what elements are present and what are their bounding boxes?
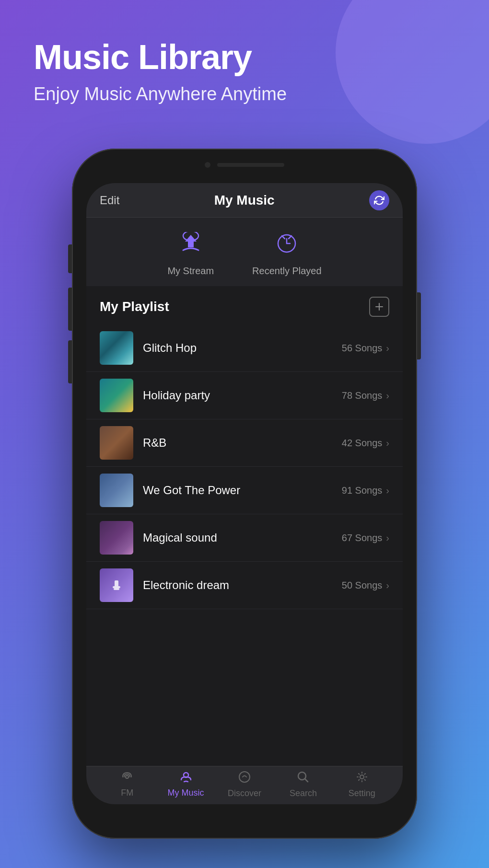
playlist-item[interactable]: Magical sound 67 Songs › <box>86 514 403 562</box>
playlist-section-title: My Playlist <box>100 299 169 314</box>
screen-title: My Music <box>214 193 275 208</box>
phone-body: Edit My Music <box>72 149 417 839</box>
playlist-item[interactable]: Holiday party 78 Songs › <box>86 372 403 419</box>
svg-point-12 <box>360 775 364 779</box>
playlist-item[interactable]: R&B 42 Songs › <box>86 419 403 467</box>
electronic-dream-name: Electronic dream <box>143 579 332 592</box>
nav-search[interactable]: Search <box>274 771 332 799</box>
my-stream-label: My Stream <box>167 266 214 277</box>
bottom-navigation: FM My Music <box>86 766 403 804</box>
chevron-right-icon: › <box>386 485 389 496</box>
we-got-the-power-count: 91 Songs <box>342 485 383 496</box>
phone-vol-up-btn <box>68 288 72 331</box>
rnb-name: R&B <box>143 436 332 450</box>
my-stream-item[interactable]: My Stream <box>167 232 214 277</box>
phone-top-bar <box>205 162 284 168</box>
recently-played-label: Recently Played <box>252 266 322 277</box>
chevron-right-icon: › <box>386 532 389 544</box>
nav-setting[interactable]: Setting <box>333 771 391 799</box>
phone-vol-down-btn <box>68 340 72 383</box>
svg-point-7 <box>126 775 128 778</box>
recently-played-item[interactable]: Recently Played <box>252 232 322 277</box>
bg-decoration <box>336 0 489 144</box>
playlist-item[interactable]: Glitch Hop 56 Songs › <box>86 324 403 372</box>
we-got-the-power-name: We Got The Power <box>143 484 332 497</box>
glitch-hop-count: 56 Songs <box>342 343 383 354</box>
phone-screen: Edit My Music <box>86 183 403 804</box>
page-title: Music Library <box>34 38 287 76</box>
header-section: Music Library Enjoy Music Anywhere Anyti… <box>34 38 287 104</box>
phone-speaker <box>217 163 284 167</box>
nav-fm[interactable]: FM <box>98 771 156 798</box>
fm-icon <box>121 771 133 786</box>
holiday-party-thumb <box>100 379 133 412</box>
setting-icon <box>356 771 368 787</box>
quick-access-section: My Stream Recently Played <box>86 218 403 286</box>
magical-sound-name: Magical sound <box>143 531 332 544</box>
add-playlist-button[interactable] <box>369 297 389 317</box>
playlist-section: My Playlist <box>86 286 403 766</box>
playlist-item[interactable]: Electronic dream 50 Songs › <box>86 562 403 609</box>
recently-played-icon <box>275 232 298 260</box>
holiday-party-name: Holiday party <box>143 389 332 402</box>
sync-icon[interactable] <box>369 190 389 210</box>
rnb-thumb <box>100 426 133 460</box>
chevron-right-icon: › <box>386 438 389 449</box>
playlist-header: My Playlist <box>86 286 403 324</box>
search-label: Search <box>290 788 317 799</box>
discover-label: Discover <box>228 788 261 799</box>
glitch-hop-thumb <box>100 331 133 365</box>
chevron-right-icon: › <box>386 390 389 401</box>
svg-point-9 <box>239 772 250 782</box>
phone-camera <box>205 162 210 168</box>
setting-label: Setting <box>349 788 375 799</box>
rnb-count: 42 Songs <box>342 438 383 449</box>
playlist-item[interactable]: We Got The Power 91 Songs › <box>86 467 403 514</box>
svg-rect-6 <box>114 588 119 590</box>
phone-mockup: Edit My Music <box>72 149 417 839</box>
top-navigation: Edit My Music <box>86 183 403 218</box>
search-icon <box>297 771 309 787</box>
my-stream-icon <box>179 232 202 260</box>
svg-rect-5 <box>113 586 120 588</box>
edit-button[interactable]: Edit <box>100 194 119 207</box>
nav-my-music[interactable]: My Music <box>156 771 215 798</box>
electronic-dream-thumb <box>100 568 133 602</box>
we-got-the-power-thumb <box>100 474 133 507</box>
nav-discover[interactable]: Discover <box>215 771 274 799</box>
svg-line-11 <box>305 779 308 782</box>
magical-sound-thumb <box>100 521 133 555</box>
chevron-right-icon: › <box>386 343 389 354</box>
page-subtitle: Enjoy Music Anywhere Anytime <box>34 84 287 104</box>
holiday-party-count: 78 Songs <box>342 390 383 401</box>
phone-power-btn <box>417 292 421 359</box>
chevron-right-icon: › <box>386 580 389 591</box>
discover-icon <box>238 771 251 787</box>
glitch-hop-name: Glitch Hop <box>143 341 332 355</box>
electronic-dream-count: 50 Songs <box>342 580 383 591</box>
fm-label: FM <box>121 788 133 798</box>
my-music-icon <box>179 771 193 786</box>
magical-sound-count: 67 Songs <box>342 532 383 544</box>
my-music-label: My Music <box>168 788 204 798</box>
phone-mute-btn <box>68 244 72 273</box>
